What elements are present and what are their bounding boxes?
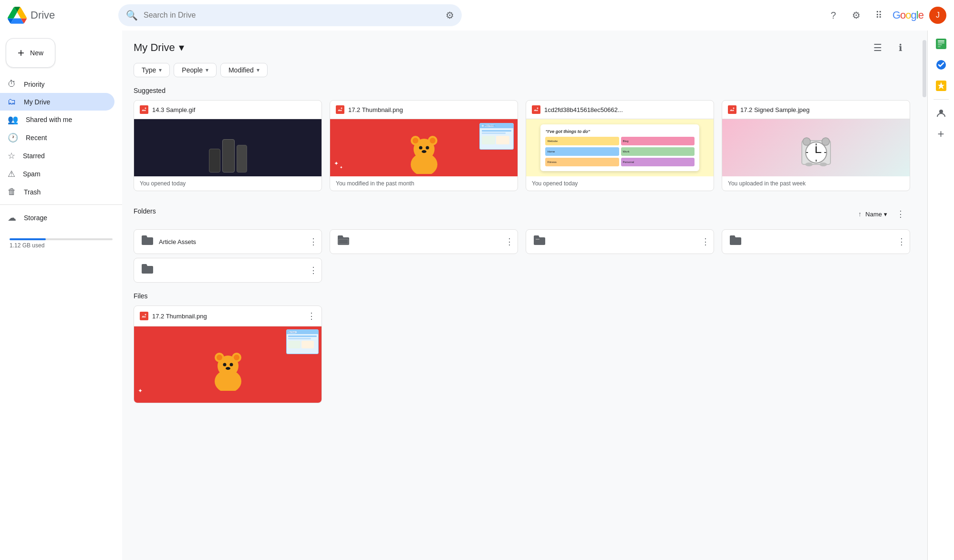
file-card-header-2: 17.2 Thumbnail.png	[330, 101, 518, 119]
svg-rect-0	[141, 106, 147, 113]
folder-menu-4[interactable]: ⋮	[897, 236, 906, 247]
file-type-icon-1	[140, 105, 148, 114]
suggested-file-3[interactable]: 1cd2fd38b415618ec50662... "I've got thin…	[526, 100, 714, 191]
sidebar-item-priority[interactable]: ⏱ Priority	[0, 75, 114, 93]
sidebar-label-spam: Spam	[23, 170, 41, 178]
filter-icon[interactable]: ⚙	[446, 10, 454, 21]
help-button[interactable]: ?	[824, 6, 843, 25]
drive-logo-icon	[8, 6, 27, 25]
folders-header: Folders ↑ Name ▾ ⋮	[134, 204, 910, 224]
rs-contacts[interactable]	[932, 103, 951, 122]
my-drive-icon: 🗂	[8, 97, 16, 107]
info-button[interactable]: ℹ	[891, 38, 910, 57]
type-filter[interactable]: Type ▾	[134, 63, 170, 77]
suggested-file-4[interactable]: 17.2 Signed Sample.jpeg	[722, 100, 910, 191]
file-item-header-1: 17.2 Thumbnail.png ⋮	[134, 306, 321, 326]
files-grid: 17.2 Thumbnail.png ⋮	[134, 305, 910, 403]
storage-section: 1.12 GB used	[0, 227, 122, 256]
sidebar-label-my-drive: My Drive	[24, 98, 50, 106]
sidebar-label-starred: Starred	[23, 152, 45, 160]
people-filter-chevron: ▾	[206, 67, 208, 73]
file-item-1[interactable]: 17.2 Thumbnail.png ⋮	[134, 305, 322, 403]
folders-label: Folders	[134, 207, 156, 215]
sort-arrow[interactable]: ↑	[858, 210, 861, 218]
svg-point-35	[217, 355, 222, 360]
spam-icon: ⚠	[8, 169, 15, 179]
svg-rect-42	[938, 42, 944, 43]
apps-button[interactable]: ⠿	[870, 6, 889, 25]
search-bar[interactable]: 🔍 ⚙	[118, 4, 462, 26]
file-name-3: 1cd2fd38b415618ec50662...	[544, 106, 708, 113]
avatar[interactable]: J	[929, 7, 946, 24]
people-filter[interactable]: People ▾	[174, 63, 217, 77]
folder-icon-4	[730, 235, 741, 248]
folder-menu-3[interactable]: ⋮	[701, 236, 710, 247]
sidebar-item-trash[interactable]: 🗑 Trash	[0, 183, 114, 201]
storage-bar-fill	[10, 238, 46, 240]
folders-sort: ↑ Name ▾ ⋮	[858, 204, 910, 224]
starred-icon: ☆	[8, 151, 15, 161]
trash-icon: 🗑	[8, 187, 16, 197]
new-button-label: New	[30, 49, 43, 57]
suggested-file-2[interactable]: 17.2 Thumbnail.png	[330, 100, 518, 191]
sheets-icon	[936, 39, 946, 49]
file-type-icon-2	[336, 105, 344, 114]
folder-item-3[interactable]: ⋮	[526, 229, 714, 254]
folder-item-5[interactable]: ⋮	[134, 258, 322, 283]
svg-point-11	[425, 146, 429, 150]
keep-icon	[936, 81, 946, 91]
files-label: Files	[134, 292, 910, 300]
scrollbar-thumb[interactable]	[923, 40, 926, 97]
file-item-menu-1[interactable]: ⋮	[307, 311, 316, 321]
folder-item-2[interactable]: ⋮	[330, 229, 518, 254]
drive-title: My Drive ▾	[134, 41, 184, 54]
sidebar-item-spam[interactable]: ⚠ Spam	[0, 165, 114, 183]
rs-add[interactable]: +	[932, 124, 951, 143]
new-button[interactable]: + New	[6, 38, 55, 68]
sidebar-item-recent[interactable]: 🕐 Recent	[0, 129, 114, 147]
settings-button[interactable]: ⚙	[847, 6, 866, 25]
file-preview-3: "I've got things to do" Website Blog Hom…	[526, 119, 714, 176]
rs-divider	[933, 99, 949, 100]
app-logo[interactable]: Drive	[8, 6, 113, 25]
svg-rect-44	[938, 46, 941, 47]
svg-point-16	[733, 108, 735, 109]
right-sidebar: +	[927, 31, 954, 560]
search-input[interactable]	[144, 11, 440, 20]
contacts-icon	[936, 108, 946, 118]
file-card-footer-2: You modified in the past month	[330, 176, 518, 191]
sidebar-label-priority: Priority	[24, 81, 45, 88]
bear-illustration-2	[204, 338, 252, 391]
suggested-file-1[interactable]: 14.3 Sample.gif You opened today	[134, 100, 322, 191]
rs-keep[interactable]	[932, 76, 951, 95]
sort-name-button[interactable]: Name ▾	[865, 211, 887, 218]
shared-icon: 👥	[8, 114, 18, 125]
list-view-button[interactable]: ☰	[868, 38, 887, 57]
scrollbar[interactable]	[922, 31, 927, 560]
rs-tasks[interactable]	[932, 55, 951, 74]
folders-more-button[interactable]: ⋮	[891, 204, 910, 224]
people-filter-label: People	[182, 66, 203, 74]
modified-filter[interactable]: Modified ▾	[220, 63, 268, 77]
type-filter-chevron: ▾	[159, 67, 162, 73]
sidebar-item-starred[interactable]: ☆ Starred	[0, 147, 114, 165]
topbar-actions: ? ⚙ ⠿ Google J	[824, 6, 946, 25]
folder-menu-1[interactable]: ⋮	[309, 236, 318, 247]
folder-menu-5[interactable]: ⋮	[309, 265, 318, 275]
drive-title-chevron[interactable]: ▾	[179, 41, 184, 54]
file-name-4: 17.2 Signed Sample.jpeg	[740, 106, 904, 113]
sidebar-item-storage[interactable]: ☁ Storage	[0, 209, 114, 227]
svg-point-3	[341, 108, 342, 109]
sort-label: Name	[865, 211, 882, 218]
folder-item-4[interactable]: ⋮	[722, 229, 910, 254]
rs-sheets[interactable]	[932, 34, 951, 53]
folder-icon-3	[534, 235, 545, 248]
folder-item-1[interactable]: Article Assets ⋮	[134, 229, 322, 254]
main-content: My Drive ▾ ☰ ℹ Type ▾ People ▾	[122, 31, 922, 560]
folder-menu-2[interactable]: ⋮	[505, 236, 514, 247]
sidebar-item-my-drive[interactable]: 🗂 My Drive	[0, 93, 114, 111]
modified-filter-label: Modified	[228, 66, 254, 74]
plus-icon: +	[18, 46, 24, 60]
svg-point-10	[419, 146, 422, 150]
sidebar-item-shared[interactable]: 👥 Shared with me	[0, 111, 114, 129]
